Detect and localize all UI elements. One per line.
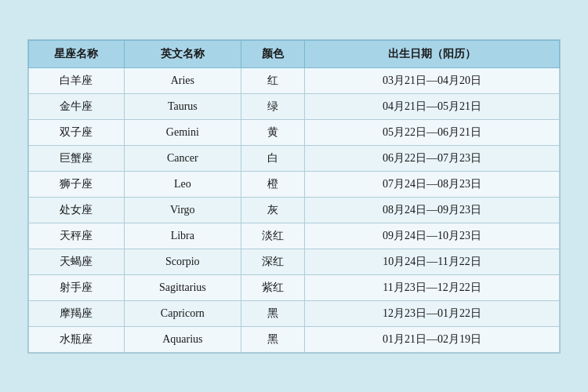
cell-color: 红 <box>241 67 304 93</box>
cell-date: 10月24日—11月22日 <box>305 249 560 274</box>
cell-date: 08月24日—09月23日 <box>305 197 560 223</box>
cell-english: Taurus <box>124 93 241 119</box>
table-row: 白羊座Aries红03月21日—04月20日 <box>29 67 560 93</box>
cell-date: 06月22日—07月23日 <box>305 145 560 171</box>
cell-date: 03月21日—04月20日 <box>305 67 560 93</box>
cell-chinese: 金牛座 <box>29 93 125 119</box>
cell-english: Cancer <box>124 145 241 171</box>
cell-color: 绿 <box>241 93 304 119</box>
table-row: 射手座Sagittarius紫红11月23日—12月22日 <box>29 274 560 300</box>
table-row: 摩羯座Capricorn黑12月23日—01月22日 <box>29 300 560 326</box>
cell-color: 黑 <box>241 300 304 326</box>
cell-date: 12月23日—01月22日 <box>305 300 560 326</box>
cell-chinese: 白羊座 <box>29 67 125 93</box>
cell-english: Gemini <box>124 119 241 145</box>
cell-color: 深红 <box>241 249 304 274</box>
cell-chinese: 水瓶座 <box>29 326 125 352</box>
cell-chinese: 摩羯座 <box>29 300 125 326</box>
cell-color: 黄 <box>241 119 304 145</box>
cell-color: 黑 <box>241 326 304 352</box>
table-row: 水瓶座Aquarius黑01月21日—02月19日 <box>29 326 560 352</box>
cell-date: 01月21日—02月19日 <box>305 326 560 352</box>
cell-chinese: 天蝎座 <box>29 249 125 274</box>
header-color: 颜色 <box>241 40 304 67</box>
cell-color: 白 <box>241 145 304 171</box>
cell-english: Virgo <box>124 197 241 223</box>
cell-date: 05月22日—06月21日 <box>305 119 560 145</box>
table-row: 金牛座Taurus绿04月21日—05月21日 <box>29 93 560 119</box>
table-row: 天蝎座Scorpio深红10月24日—11月22日 <box>29 249 560 274</box>
table-row: 天秤座Libra淡红09月24日—10月23日 <box>29 223 560 249</box>
header-date: 出生日期（阳历） <box>305 40 560 67</box>
cell-color: 紫红 <box>241 274 304 300</box>
table-row: 处女座Virgo灰08月24日—09月23日 <box>29 197 560 223</box>
cell-date: 09月24日—10月23日 <box>305 223 560 249</box>
table-row: 双子座Gemini黄05月22日—06月21日 <box>29 119 560 145</box>
header-chinese-name: 星座名称 <box>29 40 125 67</box>
cell-color: 橙 <box>241 171 304 197</box>
cell-color: 灰 <box>241 197 304 223</box>
cell-english: Aries <box>124 67 241 93</box>
cell-chinese: 处女座 <box>29 197 125 223</box>
cell-english: Sagittarius <box>124 274 241 300</box>
cell-chinese: 射手座 <box>29 274 125 300</box>
cell-date: 04月21日—05月21日 <box>305 93 560 119</box>
cell-date: 07月24日—08月23日 <box>305 171 560 197</box>
zodiac-table-container: 星座名称 英文名称 颜色 出生日期（阳历） 白羊座Aries红03月21日—04… <box>27 39 561 354</box>
zodiac-table: 星座名称 英文名称 颜色 出生日期（阳历） 白羊座Aries红03月21日—04… <box>28 40 560 353</box>
cell-color: 淡红 <box>241 223 304 249</box>
cell-chinese: 双子座 <box>29 119 125 145</box>
header-english-name: 英文名称 <box>124 40 241 67</box>
table-body: 白羊座Aries红03月21日—04月20日金牛座Taurus绿04月21日—0… <box>29 67 560 352</box>
cell-chinese: 天秤座 <box>29 223 125 249</box>
cell-english: Scorpio <box>124 249 241 274</box>
cell-chinese: 巨蟹座 <box>29 145 125 171</box>
table-row: 巨蟹座Cancer白06月22日—07月23日 <box>29 145 560 171</box>
table-row: 狮子座Leo橙07月24日—08月23日 <box>29 171 560 197</box>
cell-english: Aquarius <box>124 326 241 352</box>
cell-english: Libra <box>124 223 241 249</box>
cell-date: 11月23日—12月22日 <box>305 274 560 300</box>
cell-english: Leo <box>124 171 241 197</box>
table-header-row: 星座名称 英文名称 颜色 出生日期（阳历） <box>29 40 560 67</box>
cell-english: Capricorn <box>124 300 241 326</box>
cell-chinese: 狮子座 <box>29 171 125 197</box>
